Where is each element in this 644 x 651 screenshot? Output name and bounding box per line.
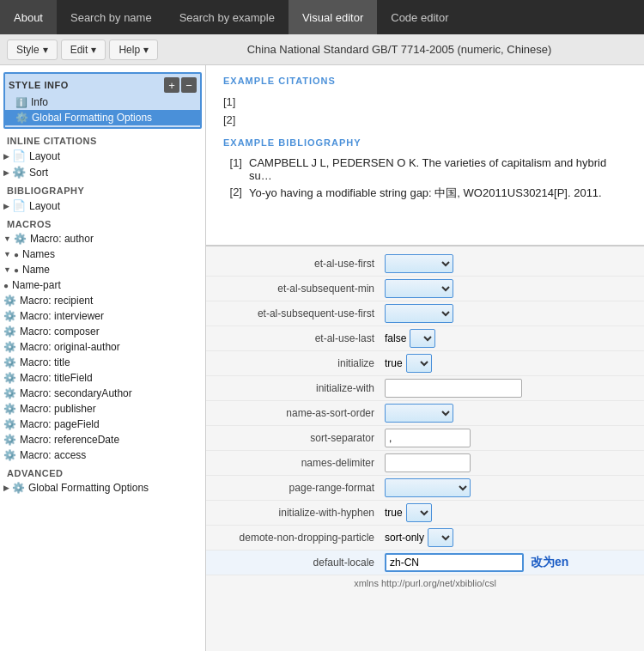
bib-text-2: Yo-yo having a modifiable string gap: 中国… — [249, 186, 627, 201]
et-al-subsequent-min-select[interactable] — [385, 279, 453, 298]
initialize-with-hyphen-select[interactable] — [406, 503, 432, 522]
macro-secondaryauthor[interactable]: ⚙️ Macro: secondaryAuthor — [0, 386, 205, 401]
preview-panel: EXAMPLE CITATIONS [1] [2] EXAMPLE BIBLIO… — [206, 65, 644, 246]
advanced-global-formatting[interactable]: ▶ ⚙️ Global Formatting Options — [0, 480, 205, 496]
demote-non-dropping-particle-value: sort-only — [385, 532, 424, 544]
prop-default-locale: default-locale 改为en — [206, 551, 644, 575]
macro-author-expand: ▼ — [3, 234, 11, 243]
prop-page-range-format: page-range-format — [206, 476, 644, 501]
demote-non-dropping-particle-select[interactable] — [428, 528, 453, 547]
prop-label-demote-non-dropping-particle: demote-non-dropping-particle — [213, 532, 385, 544]
prop-value-et-al-subsequent-min — [385, 279, 637, 298]
macro-pagefield[interactable]: ⚙️ Macro: pageField — [0, 417, 205, 432]
macro-original-author[interactable]: ⚙️ Macro: original-author — [0, 339, 205, 355]
names-expand: ▼ — [3, 250, 11, 259]
toolbar: Style ▾ Edit ▾ Help ▾ China National Sta… — [0, 34, 644, 65]
edit-label: Edit — [70, 44, 88, 56]
initialize-with-input[interactable] — [385, 379, 522, 398]
prop-sort-separator: sort-separator — [206, 426, 644, 451]
prop-initialize-with: initialize-with — [206, 376, 644, 401]
sort-expand-icon: ▶ — [3, 168, 9, 177]
nav-search-by-example[interactable]: Search by example — [166, 0, 289, 34]
global-formatting-item[interactable]: ⚙️ Global Formatting Options — [5, 110, 200, 125]
default-locale-input[interactable] — [385, 553, 524, 572]
inline-citations-header: INLINE CITATIONS — [0, 131, 205, 148]
macro-titlefield[interactable]: ⚙️ Macro: titleField — [0, 370, 205, 386]
prop-value-initialize-with — [385, 379, 637, 398]
prop-value-sort-separator — [385, 429, 637, 447]
nav-code-editor[interactable]: Code editor — [377, 0, 462, 34]
layout-expand-icon: ▶ — [3, 152, 9, 161]
macro-author-namepart[interactable]: ● Name-part — [0, 277, 205, 293]
prop-label-names-delimiter: names-delimiter — [213, 457, 385, 469]
prop-label-et-al-use-first: et-al-use-first — [213, 258, 385, 270]
bib-num-1: [1] — [223, 156, 249, 182]
macro-original-author-icon: ⚙️ — [3, 341, 16, 353]
prop-value-demote-non-dropping-particle: sort-only — [385, 528, 637, 547]
prop-value-names-delimiter — [385, 453, 637, 472]
example-bibliography-title: EXAMPLE BIBLIOGRAPHY — [223, 137, 627, 148]
macro-access-icon: ⚙️ — [3, 449, 16, 461]
bib-entry-1: [1] CAMPBELL J L, PEDERSEN O K. The vari… — [223, 155, 627, 184]
macro-titlefield-icon: ⚙️ — [3, 372, 16, 384]
macro-interviewer[interactable]: ⚙️ Macro: interviewer — [0, 308, 205, 324]
bib-entry-2: [2] Yo-yo having a modifiable string gap… — [223, 184, 627, 203]
macro-access[interactable]: ⚙️ Macro: access — [0, 447, 205, 463]
default-locale-annotation: 改为en — [531, 555, 568, 570]
nav-visual-editor[interactable]: Visual editor — [289, 0, 377, 34]
bib-num-2: [2] — [223, 186, 249, 201]
macro-publisher[interactable]: ⚙️ Macro: publisher — [0, 401, 205, 417]
prop-label-et-al-use-last: et-al-use-last — [213, 332, 385, 344]
xmlns-text: xmlns http://purl.org/net/xbiblio/csl — [354, 578, 496, 588]
macro-author-names[interactable]: ▼ ● Names — [0, 246, 205, 262]
style-info-add-button[interactable]: + — [164, 77, 179, 93]
et-al-use-last-select[interactable] — [410, 329, 435, 348]
top-navigation: About Search by name Search by example V… — [0, 0, 644, 34]
names-delimiter-input[interactable] — [385, 453, 471, 472]
macro-interviewer-icon: ⚙️ — [3, 310, 16, 322]
style-info-remove-button[interactable]: − — [181, 77, 197, 93]
prop-label-initialize-with-hyphen: initialize-with-hyphen — [213, 507, 385, 519]
prop-value-initialize-with-hyphen: true — [385, 503, 637, 522]
prop-value-initialize: true — [385, 354, 637, 373]
style-info-header: STYLE INFO + − — [5, 76, 200, 94]
bibliography-layout[interactable]: ▶ 📄 Layout — [0, 198, 205, 214]
prop-value-page-range-format — [385, 478, 637, 497]
help-menu-button[interactable]: Help ▾ — [109, 40, 158, 60]
macro-author[interactable]: ▼ ⚙️ Macro: author — [0, 231, 205, 246]
et-al-subsequent-use-first-select[interactable] — [385, 304, 453, 323]
macro-title[interactable]: ⚙️ Macro: title — [0, 355, 205, 370]
prop-label-initialize-with: initialize-with — [213, 382, 385, 394]
macro-recipient[interactable]: ⚙️ Macro: recipient — [0, 293, 205, 308]
style-info-buttons: + − — [164, 77, 197, 93]
et-al-use-first-select[interactable] — [385, 254, 453, 273]
sort-separator-input[interactable] — [385, 429, 471, 447]
inline-citations-layout[interactable]: ▶ 📄 Layout — [0, 148, 205, 164]
bib-layout-expand-icon: ▶ — [3, 202, 9, 210]
nav-search-by-name[interactable]: Search by name — [57, 0, 166, 34]
citation-1: [1] — [223, 93, 627, 111]
macro-referencedate[interactable]: ⚙️ Macro: referenceDate — [0, 432, 205, 447]
inline-citations-sort[interactable]: ▶ ⚙️ Sort — [0, 164, 205, 180]
adv-expand: ▶ — [3, 484, 9, 492]
info-item[interactable]: ℹ️ Info — [5, 94, 200, 110]
name-as-sort-order-select[interactable] — [385, 404, 453, 423]
style-label: Style — [16, 44, 39, 56]
content-area: EXAMPLE CITATIONS [1] [2] EXAMPLE BIBLIO… — [206, 65, 644, 651]
macro-title-icon: ⚙️ — [3, 356, 16, 368]
global-formatting-icon: ⚙️ — [15, 112, 28, 124]
macro-composer[interactable]: ⚙️ Macro: composer — [0, 324, 205, 339]
prop-label-et-al-subsequent-min: et-al-subsequent-min — [213, 283, 385, 295]
initialize-with-hyphen-value: true — [385, 507, 403, 519]
bib-text-1: CAMPBELL J L, PEDERSEN O K. The varietie… — [249, 156, 627, 182]
prop-initialize-with-hyphen: initialize-with-hyphen true — [206, 501, 644, 526]
initialize-select[interactable] — [406, 354, 432, 373]
macro-author-icon: ⚙️ — [14, 233, 27, 245]
edit-menu-button[interactable]: Edit ▾ — [61, 40, 106, 60]
page-range-format-select[interactable] — [385, 478, 471, 497]
macro-author-name[interactable]: ▼ ● Name — [0, 262, 205, 277]
name-expand: ▼ — [3, 265, 11, 274]
style-menu-button[interactable]: Style ▾ — [7, 40, 58, 60]
nav-about[interactable]: About — [0, 0, 57, 34]
example-citations-title: EXAMPLE CITATIONS — [223, 76, 627, 86]
